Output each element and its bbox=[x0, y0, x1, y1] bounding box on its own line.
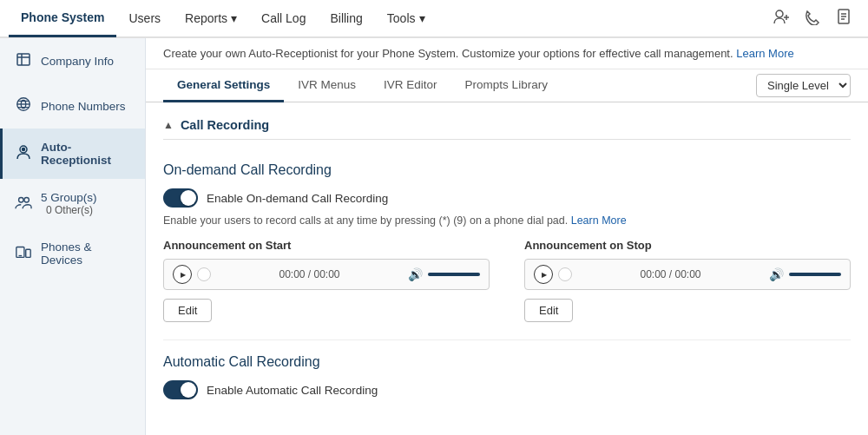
on-demand-learn-more-link[interactable]: Learn More bbox=[571, 214, 627, 227]
automatic-toggle-row: Enable Automatic Call Recording bbox=[163, 380, 851, 399]
tab-general-settings[interactable]: General Settings bbox=[163, 69, 284, 102]
on-demand-toggle[interactable] bbox=[163, 188, 198, 208]
play-button-start[interactable]: ▶ bbox=[173, 265, 192, 284]
player-start: ▶ 00:00 / 00:00 🔊 bbox=[163, 259, 490, 290]
nav-item-tools[interactable]: Tools ▾ bbox=[375, 0, 437, 37]
main-content: Create your own Auto-Receptionist for yo… bbox=[146, 38, 868, 435]
radio-stop bbox=[558, 267, 572, 281]
on-demand-help-text: Enable your users to record calls at any… bbox=[163, 214, 851, 227]
top-nav: Phone System Users Reports ▾ Call Log Bi… bbox=[0, 0, 868, 38]
announcement-start: Announcement on Start ▶ 00:00 / 00:00 🔊 … bbox=[163, 239, 490, 322]
section-header: ▲ Call Recording bbox=[163, 111, 851, 140]
sidebar-label-auto-receptionist: Auto-Receptionist bbox=[41, 141, 133, 167]
volume-slider-start[interactable] bbox=[428, 273, 480, 276]
tab-prompts-library[interactable]: Prompts Library bbox=[451, 69, 562, 102]
sidebar-label-company-info: Company Info bbox=[41, 55, 114, 68]
info-bar-text: Create your own Auto-Receptionist for yo… bbox=[163, 47, 733, 60]
tabs: General Settings IVR Menus IVR Editor Pr… bbox=[163, 69, 562, 102]
auto-receptionist-icon bbox=[15, 143, 32, 164]
sidebar-label-phone-numbers: Phone Numbers bbox=[41, 100, 126, 113]
toggle-knob-auto bbox=[181, 382, 196, 398]
play-button-stop[interactable]: ▶ bbox=[534, 265, 553, 284]
tabs-row: General Settings IVR Menus IVR Editor Pr… bbox=[146, 69, 868, 102]
edit-button-start[interactable]: Edit bbox=[163, 299, 212, 322]
volume-icon-start[interactable]: 🔊 bbox=[408, 267, 423, 281]
document-icon[interactable] bbox=[835, 8, 852, 30]
phone-numbers-icon bbox=[15, 96, 32, 116]
player-stop: ▶ 00:00 / 00:00 🔊 bbox=[524, 259, 851, 290]
on-demand-title: On-demand Call Recording bbox=[163, 162, 851, 178]
automatic-title: Automatic Call Recording bbox=[163, 354, 851, 370]
sidebar-item-company-info[interactable]: Company Info bbox=[0, 38, 145, 83]
radio-start bbox=[197, 267, 211, 281]
info-bar: Create your own Auto-Receptionist for yo… bbox=[146, 38, 868, 69]
on-demand-block: On-demand Call Recording Enable On-deman… bbox=[163, 148, 851, 340]
time-display-start: 00:00 / 00:00 bbox=[216, 268, 403, 280]
sidebar-label-groups-primary: 5 Group(s) bbox=[41, 191, 97, 204]
toggle-knob bbox=[181, 190, 196, 206]
time-display-stop: 00:00 / 00:00 bbox=[577, 268, 764, 280]
sidebar-item-phones-devices[interactable]: Phones & Devices bbox=[0, 228, 145, 279]
sidebar-label-groups-secondary: 0 Other(s) bbox=[41, 204, 97, 216]
call-recording-header: ▲ Call Recording bbox=[163, 111, 851, 140]
automatic-block: Automatic Call Recording Enable Automati… bbox=[163, 340, 851, 420]
main-layout: Company Info Phone Numbers bbox=[0, 38, 868, 435]
sidebar: Company Info Phone Numbers bbox=[0, 38, 146, 435]
announcements: Announcement on Start ▶ 00:00 / 00:00 🔊 … bbox=[163, 239, 851, 322]
edit-button-stop[interactable]: Edit bbox=[524, 299, 573, 322]
nav-item-call-log[interactable]: Call Log bbox=[249, 0, 318, 37]
devices-icon bbox=[15, 243, 32, 264]
sidebar-groups-text: 5 Group(s) 0 Other(s) bbox=[41, 191, 97, 216]
automatic-toggle-label: Enable Automatic Call Recording bbox=[207, 384, 378, 397]
volume-slider-stop[interactable] bbox=[789, 273, 841, 276]
on-demand-toggle-row: Enable On-demand Call Recording bbox=[163, 188, 851, 208]
nav-item-reports[interactable]: Reports ▾ bbox=[173, 0, 249, 37]
svg-point-13 bbox=[23, 148, 25, 151]
phone-icon[interactable] bbox=[804, 8, 821, 30]
announcement-stop: Announcement on Stop ▶ 00:00 / 00:00 🔊 E… bbox=[524, 239, 851, 322]
nav-item-users[interactable]: Users bbox=[116, 0, 173, 37]
sidebar-label-phones-devices: Phones & Devices bbox=[41, 241, 133, 267]
nav-item-billing[interactable]: Billing bbox=[318, 0, 374, 37]
play-icon-start: ▶ bbox=[181, 271, 186, 279]
play-icon-stop: ▶ bbox=[542, 271, 547, 279]
svg-point-14 bbox=[19, 197, 23, 201]
level-select[interactable]: Single Level Multi Level bbox=[756, 74, 851, 97]
section-title: Call Recording bbox=[181, 118, 269, 132]
tab-ivr-editor[interactable]: IVR Editor bbox=[370, 69, 451, 102]
svg-point-15 bbox=[24, 197, 29, 201]
sidebar-item-phone-numbers[interactable]: Phone Numbers bbox=[0, 83, 145, 129]
recording-content: On-demand Call Recording Enable On-deman… bbox=[146, 148, 868, 420]
announcement-start-label: Announcement on Start bbox=[163, 239, 490, 252]
chevron-down-icon: ▾ bbox=[419, 11, 425, 25]
sidebar-item-groups[interactable]: 5 Group(s) 0 Other(s) bbox=[0, 179, 145, 228]
automatic-toggle[interactable] bbox=[163, 380, 198, 399]
svg-point-0 bbox=[776, 10, 783, 17]
svg-rect-17 bbox=[26, 249, 30, 257]
on-demand-toggle-label: Enable On-demand Call Recording bbox=[207, 192, 388, 205]
collapse-icon[interactable]: ▲ bbox=[163, 119, 174, 131]
svg-rect-7 bbox=[17, 54, 30, 65]
groups-icon bbox=[15, 194, 32, 214]
volume-icon-stop[interactable]: 🔊 bbox=[769, 267, 784, 281]
person-add-icon[interactable] bbox=[773, 8, 790, 30]
tab-ivr-menus[interactable]: IVR Menus bbox=[284, 69, 370, 102]
chevron-down-icon: ▾ bbox=[231, 11, 237, 25]
info-bar-learn-more-link[interactable]: Learn More bbox=[736, 47, 793, 60]
nav-item-phone-system[interactable]: Phone System bbox=[9, 0, 116, 37]
announcement-stop-label: Announcement on Stop bbox=[524, 239, 851, 252]
sidebar-item-auto-receptionist[interactable]: Auto-Receptionist bbox=[0, 129, 145, 179]
building-icon bbox=[15, 50, 32, 71]
